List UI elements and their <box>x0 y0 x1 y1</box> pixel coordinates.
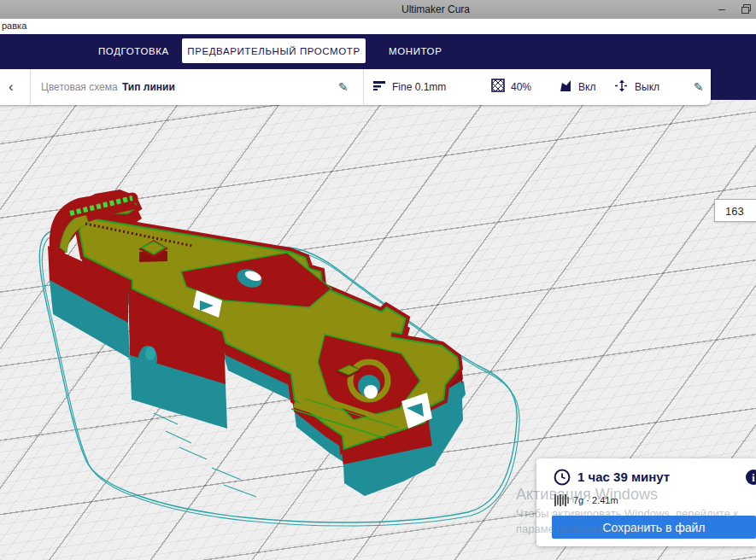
edit-print-settings-button[interactable]: ✎ <box>694 69 704 105</box>
menu-item-edit[interactable]: равка <box>2 20 26 31</box>
toolbar-divider <box>30 69 31 105</box>
navbar-right-extension <box>711 69 756 100</box>
restore-icon <box>741 3 752 15</box>
back-chevron[interactable]: ‹ <box>9 69 14 105</box>
material-spool-icon <box>554 493 571 508</box>
chevron-left-icon: ‹ <box>9 79 14 96</box>
tab-prepare[interactable]: ПОДГОТОВКА <box>98 46 169 56</box>
menu-bar: равка <box>0 19 756 35</box>
edit-color-scheme-button[interactable]: ✎ <box>338 69 349 105</box>
window-title: Ultimaker Cura <box>401 3 470 15</box>
restore-button[interactable] <box>736 3 755 19</box>
layer-number-input[interactable]: 163 <box>714 199 756 222</box>
minimize-button[interactable]: – <box>712 2 731 17</box>
color-scheme-select[interactable]: Тип линии <box>122 69 175 105</box>
adhesion-setting[interactable]: Выкл <box>615 69 659 105</box>
material-estimate: 7g · 2.41m <box>573 495 618 505</box>
pencil-icon: ✎ <box>338 80 349 94</box>
main-stage-bar: ПОДГОТОВКА МОНИТОР Магазин Б <box>0 34 756 69</box>
tab-preview[interactable]: ПРЕДВАРИТЕЛЬНЫЙ ПРОСМОТР <box>182 38 366 63</box>
infill-setting[interactable]: 40% <box>491 69 531 105</box>
layer-height-icon <box>373 79 386 95</box>
support-setting[interactable]: Вкл <box>560 69 595 105</box>
info-icon[interactable]: i <box>745 469 756 486</box>
print-summary-panel: 1 час 39 минут i 7g · 2.41m Сохранить в … <box>536 458 756 546</box>
save-to-file-button[interactable]: Сохранить в файл <box>552 516 756 539</box>
profile-setting[interactable]: Fine 0.1mm <box>373 69 446 105</box>
title-bar[interactable]: Ultimaker Cura – <box>0 0 756 20</box>
print-time: 1 час 39 минут <box>577 470 670 484</box>
preview-toolbar: ‹ Цветовая схема Тип линии ✎ Fine 0.1mm … <box>0 69 711 105</box>
color-scheme-label: Цветовая схема <box>41 69 118 105</box>
infill-icon <box>491 79 505 96</box>
adhesion-icon <box>615 79 629 96</box>
toolbar-divider <box>363 69 364 105</box>
support-icon <box>560 79 572 96</box>
tab-monitor[interactable]: МОНИТОР <box>389 46 442 56</box>
clock-icon <box>554 469 571 486</box>
pencil-icon: ✎ <box>694 80 704 94</box>
